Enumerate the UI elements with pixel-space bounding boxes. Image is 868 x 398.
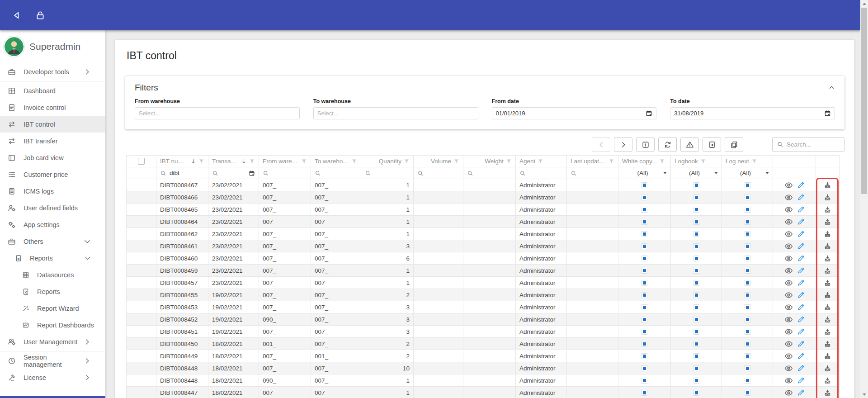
filter-funnel-icon[interactable] <box>506 158 512 164</box>
scroll-down-arrow[interactable] <box>860 391 868 398</box>
from-warehouse-input[interactable] <box>139 110 296 117</box>
warnings-button[interactable] <box>680 137 699 152</box>
view-icon[interactable] <box>784 242 793 251</box>
filter-funnel-icon[interactable] <box>249 158 255 164</box>
edit-icon[interactable] <box>797 316 805 323</box>
edit-icon[interactable] <box>797 365 805 372</box>
column-header-to-warehouse[interactable]: To warehouse <box>311 156 361 167</box>
filter-funnel-icon[interactable] <box>351 158 357 164</box>
print-download-icon[interactable] <box>824 218 831 226</box>
edit-icon[interactable] <box>797 218 805 226</box>
print-download-icon[interactable] <box>824 279 831 287</box>
sidebar-item-invoice-control[interactable]: Invoice control <box>0 99 105 116</box>
filter-funnel-icon[interactable] <box>198 158 204 164</box>
view-icon[interactable] <box>784 315 793 324</box>
filter-cell-white-copy[interactable]: (All) <box>618 167 671 179</box>
edit-icon[interactable] <box>797 206 805 213</box>
column-header-last-update-u[interactable]: Last update u... <box>567 156 618 167</box>
print-download-icon[interactable] <box>824 181 831 189</box>
calendar-icon[interactable] <box>824 110 831 117</box>
sidebar-item-session-management[interactable]: Session management <box>0 352 105 369</box>
edit-icon[interactable] <box>797 267 805 275</box>
sidebar-item-job-card-view[interactable]: Job card view <box>0 149 105 166</box>
table-row[interactable]: DIBT000844718/02/2021007_007_1Administra… <box>127 387 840 398</box>
column-filter-input[interactable] <box>476 170 512 176</box>
sidebar-item-license[interactable]: License <box>0 369 105 386</box>
edit-icon[interactable] <box>797 194 805 201</box>
sidebar-item-ibt-control[interactable]: IBT control <box>0 116 105 133</box>
select-all-checkbox[interactable] <box>138 158 145 165</box>
column-filter-select[interactable]: (All) <box>622 170 667 176</box>
export-button[interactable] <box>703 137 721 152</box>
edit-icon[interactable] <box>797 279 805 287</box>
column-filter-input[interactable] <box>374 170 410 176</box>
column-filter-input[interactable] <box>427 170 459 176</box>
print-download-icon[interactable] <box>824 291 831 299</box>
sidebar-item-datasources[interactable]: Datasources <box>0 266 105 283</box>
view-icon[interactable] <box>784 389 793 397</box>
filter-funnel-icon[interactable] <box>538 158 543 164</box>
print-download-icon[interactable] <box>824 352 831 360</box>
column-filter-select[interactable]: (All) <box>726 170 769 176</box>
view-icon[interactable] <box>784 352 793 360</box>
column-header-from-wareho[interactable]: From wareho... <box>259 156 311 167</box>
edit-icon[interactable] <box>797 181 805 189</box>
filter-cell-to-warehouse[interactable] <box>311 167 361 179</box>
back-icon[interactable] <box>12 10 22 20</box>
filter-cell-logbook[interactable]: (All) <box>671 167 722 179</box>
view-icon[interactable] <box>784 266 793 275</box>
filter-cell-volume[interactable] <box>414 167 463 179</box>
view-icon[interactable] <box>784 291 793 299</box>
sidebar-item-reports[interactable]: Reports <box>0 250 105 266</box>
print-download-icon[interactable] <box>824 255 831 262</box>
view-icon[interactable] <box>784 340 793 348</box>
table-row[interactable]: DIBT000844918/02/2021007_001_2Administra… <box>127 350 840 362</box>
edit-icon[interactable] <box>797 340 805 348</box>
column-header-volume[interactable]: Volume <box>414 156 463 167</box>
view-icon[interactable] <box>784 254 793 263</box>
view-icon[interactable] <box>784 205 793 214</box>
column-header-log-next[interactable]: Log next <box>722 156 773 167</box>
edit-icon[interactable] <box>797 230 805 238</box>
edit-icon[interactable] <box>797 352 805 360</box>
sidebar-item-others[interactable]: Others <box>0 233 105 250</box>
edit-icon[interactable] <box>797 255 805 262</box>
sidebar-item-developer-tools[interactable]: Developer tools <box>0 63 105 80</box>
table-row[interactable]: DIBT000845018/02/2021001_007_2Administra… <box>127 338 840 350</box>
sidebar-item-customer-price[interactable]: Customer price <box>0 166 105 183</box>
scroll-up-arrow[interactable] <box>860 0 868 7</box>
edit-icon[interactable] <box>797 328 805 336</box>
print-download-icon[interactable] <box>824 328 831 336</box>
filter-cell-last-update-u[interactable] <box>567 167 618 179</box>
sidebar-item-user-defined-fields[interactable]: User defined fields <box>0 199 105 216</box>
from-warehouse-input-box[interactable] <box>135 107 300 119</box>
to-date-input-box[interactable] <box>670 107 835 119</box>
column-filter-input[interactable] <box>529 170 563 176</box>
vertical-scrollbar[interactable] <box>860 0 868 398</box>
sidebar-item-ibt-transfer[interactable]: IBT transfer <box>0 133 105 149</box>
column-header-ibt-number[interactable]: IBT number <box>156 156 208 167</box>
table-row[interactable]: DIBT000845319/02/2021007_007_3Administra… <box>127 301 840 313</box>
filter-funnel-icon[interactable] <box>453 158 459 164</box>
filter-funnel-icon[interactable] <box>404 158 410 164</box>
table-row[interactable]: DIBT000845119/02/2021007_007_3Administra… <box>127 326 840 338</box>
edit-icon[interactable] <box>797 389 805 397</box>
view-icon[interactable] <box>784 327 793 336</box>
view-icon[interactable] <box>784 181 793 190</box>
sidebar-item-report-dashboards[interactable]: Report Dashboards <box>0 317 105 333</box>
view-icon[interactable] <box>784 230 793 238</box>
table-row[interactable]: DIBT000846523/02/2021007_007_1Administra… <box>127 204 840 216</box>
print-download-icon[interactable] <box>824 303 831 311</box>
print-download-icon[interactable] <box>824 230 831 238</box>
sidebar-item-icms-logs[interactable]: ICMS logs <box>0 183 105 199</box>
table-row[interactable]: DIBT000844818/02/2021007_007_10Administr… <box>127 362 840 374</box>
edit-icon[interactable] <box>797 242 805 250</box>
sidebar-item-report-wizard[interactable]: Report Wizard <box>0 300 105 317</box>
filter-cell-from-wareho[interactable] <box>259 167 311 179</box>
print-download-icon[interactable] <box>824 365 831 372</box>
column-filter-select[interactable]: (All) <box>675 170 718 176</box>
column-header-logbook[interactable]: Logbook <box>671 156 722 167</box>
chevron-up-icon[interactable] <box>828 84 835 91</box>
sidebar-item-app-settings[interactable]: App settings <box>0 216 105 233</box>
view-icon[interactable] <box>784 193 793 202</box>
